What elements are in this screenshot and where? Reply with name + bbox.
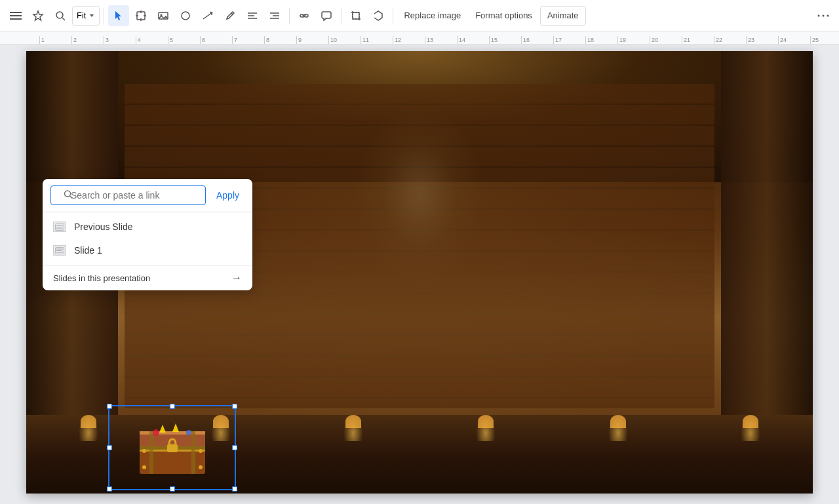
handle-top-left[interactable] <box>107 404 112 409</box>
svg-line-17 <box>231 13 233 14</box>
search-wrapper <box>50 185 206 205</box>
flip-icon[interactable] <box>368 5 389 26</box>
move-icon[interactable] <box>130 5 151 26</box>
ruler-unit: 7 <box>232 36 264 44</box>
svg-rect-36 <box>149 431 153 474</box>
more-options-icon[interactable] <box>813 5 834 26</box>
ruler-unit: 21 <box>682 36 714 44</box>
shape-icon[interactable] <box>175 5 196 26</box>
svg-point-29 <box>827 14 829 16</box>
slide-canvas[interactable]: Apply Previous Slide Slide 1 <box>0 45 839 504</box>
line-icon[interactable] <box>197 5 218 26</box>
svg-point-27 <box>818 14 820 16</box>
separator-2 <box>289 8 290 24</box>
popup-item-slide-1[interactable]: Slide 1 <box>43 239 252 262</box>
star-icon[interactable] <box>28 5 49 26</box>
ruler-unit: 17 <box>553 36 585 44</box>
svg-point-28 <box>823 14 825 16</box>
svg-marker-6 <box>90 14 94 17</box>
lamp-4 <box>476 415 496 441</box>
treasure-chest-svg <box>133 418 212 477</box>
handle-middle-right[interactable] <box>232 445 237 450</box>
pen-icon[interactable] <box>220 5 241 26</box>
format-options-button[interactable]: Format options <box>469 5 539 26</box>
lamp-3 <box>343 415 363 441</box>
comment-icon[interactable] <box>316 5 337 26</box>
lamp-6 <box>741 415 760 441</box>
svg-line-5 <box>62 18 65 20</box>
ruler-unit: 13 <box>425 36 457 44</box>
search-or-paste-link-input[interactable] <box>50 185 206 205</box>
image-icon[interactable] <box>153 5 174 26</box>
align-right-icon[interactable] <box>264 5 285 26</box>
svg-point-40 <box>199 449 203 453</box>
ruler: 1 2 3 4 5 6 7 8 9 10 11 12 13 14 15 16 1… <box>0 31 839 45</box>
selected-image[interactable] <box>108 405 236 490</box>
svg-rect-37 <box>191 431 195 474</box>
svg-marker-3 <box>33 11 43 20</box>
handle-bottom-right[interactable] <box>232 486 237 492</box>
zoom-value: Fit <box>77 10 86 20</box>
svg-point-47 <box>65 191 71 197</box>
ruler-unit: 8 <box>264 36 296 44</box>
replace-image-button[interactable]: Replace image <box>397 5 467 26</box>
ruler-unit: 10 <box>328 36 361 44</box>
svg-rect-38 <box>167 444 178 452</box>
toolbar: Fit <box>0 0 839 31</box>
svg-marker-7 <box>115 11 121 20</box>
handle-bottom-left[interactable] <box>107 486 112 492</box>
ruler-numbers: 1 2 3 4 5 6 7 8 9 10 11 12 13 14 15 16 1… <box>0 31 839 44</box>
link-icon[interactable] <box>294 5 315 26</box>
ruler-unit: 4 <box>136 36 168 44</box>
ruler-unit: 12 <box>393 36 425 44</box>
svg-rect-1 <box>10 15 22 16</box>
ruler-unit: 2 <box>71 36 104 44</box>
lamp-1 <box>79 415 98 441</box>
main-area: Apply Previous Slide Slide 1 <box>0 45 839 504</box>
ruler-unit: 1 <box>39 36 71 44</box>
crop-icon[interactable] <box>345 5 366 26</box>
previous-slide-label: Previous Slide <box>74 222 133 232</box>
handle-bottom-middle[interactable] <box>170 486 175 492</box>
handle-middle-left[interactable] <box>107 445 112 450</box>
ruler-unit: 25 <box>810 36 839 44</box>
popup-footer-slides[interactable]: Slides in this presentation → <box>43 265 252 290</box>
svg-rect-25 <box>322 12 331 18</box>
separator-4 <box>393 8 393 24</box>
zoom-fit-icon[interactable] <box>50 5 71 26</box>
select-cursor-icon[interactable] <box>108 5 129 26</box>
svg-point-41 <box>142 465 146 469</box>
handle-top-right[interactable] <box>232 404 237 409</box>
slide-1-thumb <box>53 245 66 256</box>
animate-button[interactable]: Animate <box>540 6 586 26</box>
handle-top-middle[interactable] <box>170 404 175 409</box>
menu-icon[interactable] <box>5 5 26 26</box>
svg-line-48 <box>70 196 73 199</box>
ruler-unit: 6 <box>200 36 232 44</box>
svg-point-46 <box>186 430 191 435</box>
footer-arrow-icon: → <box>231 272 242 284</box>
link-popup: Apply Previous Slide Slide 1 <box>43 179 252 290</box>
previous-slide-thumb <box>53 222 66 232</box>
ruler-unit: 24 <box>778 36 810 44</box>
ruler-unit: 9 <box>296 36 328 44</box>
zoom-selector[interactable]: Fit <box>72 6 100 26</box>
apply-button[interactable]: Apply <box>211 186 244 204</box>
ruler-unit: 20 <box>650 36 682 44</box>
svg-rect-0 <box>10 12 22 13</box>
popup-search-row: Apply <box>43 179 252 212</box>
align-left-icon[interactable] <box>242 5 263 26</box>
ruler-unit: 18 <box>585 36 617 44</box>
popup-item-previous-slide[interactable]: Previous Slide <box>43 215 252 239</box>
ruler-unit: 15 <box>489 36 521 44</box>
ruler-unit: 16 <box>521 36 553 44</box>
svg-rect-26 <box>353 12 359 19</box>
svg-point-39 <box>142 449 146 453</box>
ruler-unit: 5 <box>168 36 200 44</box>
ruler-unit: 19 <box>617 36 650 44</box>
ruler-unit: 22 <box>714 36 746 44</box>
slides-in-presentation-label: Slides in this presentation <box>53 273 150 283</box>
lamp-5 <box>608 415 628 441</box>
svg-point-45 <box>153 429 159 436</box>
popup-items-list: Previous Slide Slide 1 <box>43 212 252 265</box>
